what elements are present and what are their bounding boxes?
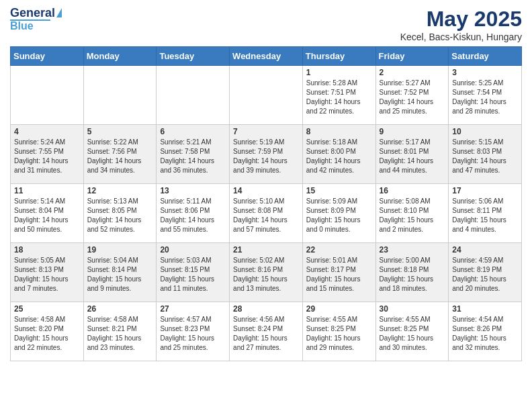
day-number: 22 [306,245,372,255]
weekday-header-tuesday: Tuesday [157,47,230,66]
calendar-week-row: 1Sunrise: 5:28 AM Sunset: 7:51 PM Daylig… [11,66,522,125]
day-info: Sunrise: 4:54 AM Sunset: 8:26 PM Dayligh… [452,315,518,353]
day-number: 18 [14,245,80,255]
day-info: Sunrise: 5:15 AM Sunset: 8:03 PM Dayligh… [452,138,518,175]
page: General Blue May 2025 Kecel, Bacs-Kiskun… [0,0,532,371]
calendar-cell [11,66,84,125]
day-info: Sunrise: 5:02 AM Sunset: 8:16 PM Dayligh… [233,256,299,293]
logo-text-blue: Blue [10,21,34,32]
day-number: 9 [380,127,445,136]
day-info: Sunrise: 5:10 AM Sunset: 8:08 PM Dayligh… [233,197,299,234]
calendar-week-row: 4Sunrise: 5:24 AM Sunset: 7:55 PM Daylig… [11,125,522,184]
day-number: 26 [87,304,153,314]
day-info: Sunrise: 5:19 AM Sunset: 7:59 PM Dayligh… [233,138,299,175]
calendar-cell: 7Sunrise: 5:19 AM Sunset: 7:59 PM Daylig… [230,125,303,184]
day-info: Sunrise: 4:55 AM Sunset: 8:25 PM Dayligh… [306,315,372,353]
day-number: 15 [306,186,372,195]
day-info: Sunrise: 5:25 AM Sunset: 7:54 PM Dayligh… [452,79,518,116]
day-number: 21 [233,245,299,255]
day-info: Sunrise: 4:58 AM Sunset: 8:20 PM Dayligh… [14,315,80,353]
day-info: Sunrise: 4:58 AM Sunset: 8:21 PM Dayligh… [87,315,153,353]
calendar-cell [157,66,230,125]
day-number: 7 [233,127,299,136]
calendar-cell: 11Sunrise: 5:14 AM Sunset: 8:04 PM Dayli… [11,184,84,243]
day-info: Sunrise: 5:09 AM Sunset: 8:09 PM Dayligh… [306,197,372,234]
calendar-cell: 21Sunrise: 5:02 AM Sunset: 8:16 PM Dayli… [230,243,303,302]
title-section: May 2025 Kecel, Bacs-Kiskun, Hungary [400,7,522,42]
calendar-cell: 29Sunrise: 4:55 AM Sunset: 8:25 PM Dayli… [302,302,375,361]
day-info: Sunrise: 5:03 AM Sunset: 8:15 PM Dayligh… [160,256,226,293]
day-number: 25 [14,304,80,314]
day-info: Sunrise: 5:06 AM Sunset: 8:11 PM Dayligh… [452,197,518,234]
calendar-cell: 13Sunrise: 5:11 AM Sunset: 8:06 PM Dayli… [157,184,230,243]
calendar-week-row: 18Sunrise: 5:05 AM Sunset: 8:13 PM Dayli… [11,243,522,302]
day-number: 13 [160,186,226,195]
calendar-cell: 1Sunrise: 5:28 AM Sunset: 7:51 PM Daylig… [302,66,375,125]
calendar-cell: 4Sunrise: 5:24 AM Sunset: 7:55 PM Daylig… [11,125,84,184]
day-info: Sunrise: 5:05 AM Sunset: 8:13 PM Dayligh… [14,256,80,293]
day-info: Sunrise: 4:59 AM Sunset: 8:19 PM Dayligh… [452,256,518,293]
day-number: 19 [87,245,153,255]
day-info: Sunrise: 5:22 AM Sunset: 7:56 PM Dayligh… [87,138,153,175]
day-number: 29 [306,304,372,314]
day-info: Sunrise: 4:57 AM Sunset: 8:23 PM Dayligh… [160,315,226,353]
calendar-cell: 30Sunrise: 4:55 AM Sunset: 8:25 PM Dayli… [375,302,449,361]
calendar-cell: 9Sunrise: 5:17 AM Sunset: 8:01 PM Daylig… [375,125,449,184]
weekday-header-monday: Monday [83,47,157,66]
calendar-cell: 10Sunrise: 5:15 AM Sunset: 8:03 PM Dayli… [449,125,522,184]
calendar-cell: 6Sunrise: 5:21 AM Sunset: 7:58 PM Daylig… [157,125,230,184]
day-number: 5 [87,127,153,136]
day-number: 11 [14,186,80,195]
calendar-cell: 3Sunrise: 5:25 AM Sunset: 7:54 PM Daylig… [449,66,522,125]
day-info: Sunrise: 5:18 AM Sunset: 8:00 PM Dayligh… [306,138,372,175]
day-number: 10 [452,127,518,136]
day-number: 28 [233,304,299,314]
day-info: Sunrise: 5:11 AM Sunset: 8:06 PM Dayligh… [160,197,226,234]
calendar-cell: 20Sunrise: 5:03 AM Sunset: 8:15 PM Dayli… [157,243,230,302]
calendar-cell: 2Sunrise: 5:27 AM Sunset: 7:52 PM Daylig… [375,66,449,125]
day-number: 23 [380,245,445,255]
day-info: Sunrise: 5:24 AM Sunset: 7:55 PM Dayligh… [14,138,80,175]
calendar-cell [230,66,303,125]
calendar-cell: 17Sunrise: 5:06 AM Sunset: 8:11 PM Dayli… [449,184,522,243]
weekday-header-thursday: Thursday [302,47,375,66]
calendar-cell: 22Sunrise: 5:01 AM Sunset: 8:17 PM Dayli… [302,243,375,302]
day-info: Sunrise: 4:56 AM Sunset: 8:24 PM Dayligh… [233,315,299,353]
day-number: 14 [233,186,299,195]
day-info: Sunrise: 5:01 AM Sunset: 8:17 PM Dayligh… [306,256,372,293]
day-number: 6 [160,127,226,136]
location: Kecel, Bacs-Kiskun, Hungary [400,32,522,42]
day-number: 27 [160,304,226,314]
calendar-week-row: 11Sunrise: 5:14 AM Sunset: 8:04 PM Dayli… [11,184,522,243]
day-info: Sunrise: 5:00 AM Sunset: 8:18 PM Dayligh… [380,256,445,293]
day-info: Sunrise: 5:13 AM Sunset: 8:05 PM Dayligh… [87,197,153,234]
logo-triangle-icon [56,8,62,17]
calendar-cell: 8Sunrise: 5:18 AM Sunset: 8:00 PM Daylig… [302,125,375,184]
day-number: 16 [380,186,445,195]
day-number: 3 [452,68,518,77]
calendar-cell [83,66,157,125]
calendar-cell: 16Sunrise: 5:08 AM Sunset: 8:10 PM Dayli… [375,184,449,243]
day-number: 20 [160,245,226,255]
day-number: 12 [87,186,153,195]
weekday-header-row: SundayMondayTuesdayWednesdayThursdayFrid… [11,47,522,66]
day-number: 17 [452,186,518,195]
day-number: 4 [14,127,80,136]
calendar-cell: 18Sunrise: 5:05 AM Sunset: 8:13 PM Dayli… [11,243,84,302]
day-number: 24 [452,245,518,255]
logo: General Blue [10,7,62,32]
calendar-cell: 23Sunrise: 5:00 AM Sunset: 8:18 PM Dayli… [375,243,449,302]
calendar-cell: 15Sunrise: 5:09 AM Sunset: 8:09 PM Dayli… [302,184,375,243]
calendar-week-row: 25Sunrise: 4:58 AM Sunset: 8:20 PM Dayli… [11,302,522,361]
calendar-cell: 27Sunrise: 4:57 AM Sunset: 8:23 PM Dayli… [157,302,230,361]
weekday-header-sunday: Sunday [11,47,84,66]
calendar-cell: 28Sunrise: 4:56 AM Sunset: 8:24 PM Dayli… [230,302,303,361]
day-info: Sunrise: 5:14 AM Sunset: 8:04 PM Dayligh… [14,197,80,234]
calendar-cell: 24Sunrise: 4:59 AM Sunset: 8:19 PM Dayli… [449,243,522,302]
day-number: 1 [306,68,372,77]
calendar-cell: 25Sunrise: 4:58 AM Sunset: 8:20 PM Dayli… [11,302,84,361]
day-number: 2 [380,68,445,77]
weekday-header-wednesday: Wednesday [230,47,303,66]
day-info: Sunrise: 5:04 AM Sunset: 8:14 PM Dayligh… [87,256,153,293]
calendar-cell: 26Sunrise: 4:58 AM Sunset: 8:21 PM Dayli… [83,302,157,361]
